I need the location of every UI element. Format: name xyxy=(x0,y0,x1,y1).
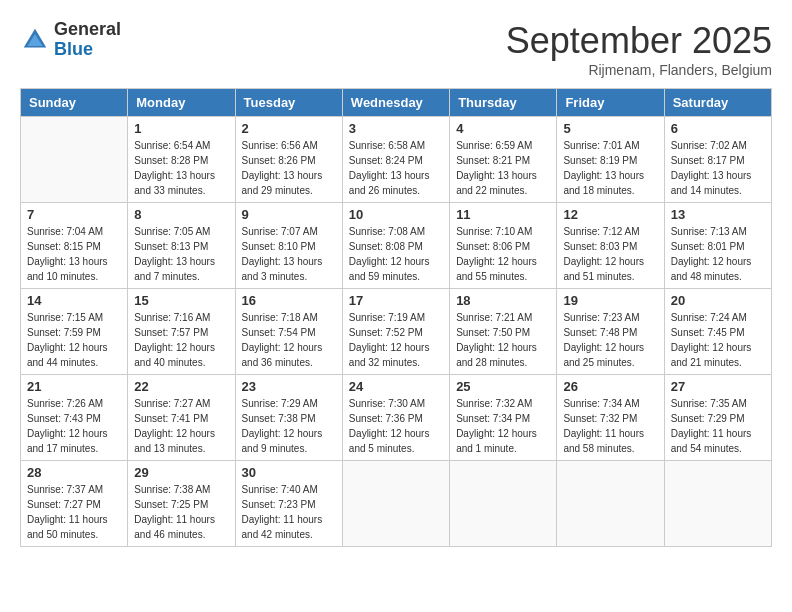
day-number: 17 xyxy=(349,293,443,308)
calendar-cell xyxy=(664,461,771,547)
logo-blue: Blue xyxy=(54,40,121,60)
title-block: September 2025 Rijmenam, Flanders, Belgi… xyxy=(506,20,772,78)
day-number: 9 xyxy=(242,207,336,222)
day-info: Sunrise: 7:32 AM Sunset: 7:34 PM Dayligh… xyxy=(456,396,550,456)
day-info: Sunrise: 7:26 AM Sunset: 7:43 PM Dayligh… xyxy=(27,396,121,456)
day-info: Sunrise: 7:07 AM Sunset: 8:10 PM Dayligh… xyxy=(242,224,336,284)
day-number: 8 xyxy=(134,207,228,222)
calendar-cell: 11Sunrise: 7:10 AM Sunset: 8:06 PM Dayli… xyxy=(450,203,557,289)
day-number: 28 xyxy=(27,465,121,480)
calendar-cell: 28Sunrise: 7:37 AM Sunset: 7:27 PM Dayli… xyxy=(21,461,128,547)
calendar-cell: 15Sunrise: 7:16 AM Sunset: 7:57 PM Dayli… xyxy=(128,289,235,375)
day-number: 14 xyxy=(27,293,121,308)
calendar-cell: 26Sunrise: 7:34 AM Sunset: 7:32 PM Dayli… xyxy=(557,375,664,461)
logo-icon xyxy=(20,25,50,55)
calendar-week-4: 21Sunrise: 7:26 AM Sunset: 7:43 PM Dayli… xyxy=(21,375,772,461)
calendar-cell: 2Sunrise: 6:56 AM Sunset: 8:26 PM Daylig… xyxy=(235,117,342,203)
day-info: Sunrise: 7:21 AM Sunset: 7:50 PM Dayligh… xyxy=(456,310,550,370)
day-info: Sunrise: 7:27 AM Sunset: 7:41 PM Dayligh… xyxy=(134,396,228,456)
day-info: Sunrise: 6:56 AM Sunset: 8:26 PM Dayligh… xyxy=(242,138,336,198)
day-info: Sunrise: 7:19 AM Sunset: 7:52 PM Dayligh… xyxy=(349,310,443,370)
day-number: 27 xyxy=(671,379,765,394)
weekday-header-monday: Monday xyxy=(128,89,235,117)
day-number: 12 xyxy=(563,207,657,222)
day-info: Sunrise: 7:30 AM Sunset: 7:36 PM Dayligh… xyxy=(349,396,443,456)
weekday-header-sunday: Sunday xyxy=(21,89,128,117)
calendar-week-5: 28Sunrise: 7:37 AM Sunset: 7:27 PM Dayli… xyxy=(21,461,772,547)
weekday-header-tuesday: Tuesday xyxy=(235,89,342,117)
day-number: 16 xyxy=(242,293,336,308)
day-info: Sunrise: 7:34 AM Sunset: 7:32 PM Dayligh… xyxy=(563,396,657,456)
calendar-cell: 22Sunrise: 7:27 AM Sunset: 7:41 PM Dayli… xyxy=(128,375,235,461)
day-number: 5 xyxy=(563,121,657,136)
day-info: Sunrise: 7:16 AM Sunset: 7:57 PM Dayligh… xyxy=(134,310,228,370)
day-info: Sunrise: 6:59 AM Sunset: 8:21 PM Dayligh… xyxy=(456,138,550,198)
calendar-cell: 3Sunrise: 6:58 AM Sunset: 8:24 PM Daylig… xyxy=(342,117,449,203)
day-info: Sunrise: 6:54 AM Sunset: 8:28 PM Dayligh… xyxy=(134,138,228,198)
day-number: 4 xyxy=(456,121,550,136)
day-info: Sunrise: 7:02 AM Sunset: 8:17 PM Dayligh… xyxy=(671,138,765,198)
calendar-cell: 19Sunrise: 7:23 AM Sunset: 7:48 PM Dayli… xyxy=(557,289,664,375)
calendar-cell: 5Sunrise: 7:01 AM Sunset: 8:19 PM Daylig… xyxy=(557,117,664,203)
day-number: 18 xyxy=(456,293,550,308)
calendar-cell: 16Sunrise: 7:18 AM Sunset: 7:54 PM Dayli… xyxy=(235,289,342,375)
day-number: 26 xyxy=(563,379,657,394)
day-number: 1 xyxy=(134,121,228,136)
calendar: SundayMondayTuesdayWednesdayThursdayFrid… xyxy=(20,88,772,547)
calendar-cell: 21Sunrise: 7:26 AM Sunset: 7:43 PM Dayli… xyxy=(21,375,128,461)
day-info: Sunrise: 7:04 AM Sunset: 8:15 PM Dayligh… xyxy=(27,224,121,284)
calendar-week-3: 14Sunrise: 7:15 AM Sunset: 7:59 PM Dayli… xyxy=(21,289,772,375)
day-info: Sunrise: 7:35 AM Sunset: 7:29 PM Dayligh… xyxy=(671,396,765,456)
logo-general: General xyxy=(54,20,121,40)
day-number: 19 xyxy=(563,293,657,308)
calendar-cell: 4Sunrise: 6:59 AM Sunset: 8:21 PM Daylig… xyxy=(450,117,557,203)
weekday-header-wednesday: Wednesday xyxy=(342,89,449,117)
calendar-week-2: 7Sunrise: 7:04 AM Sunset: 8:15 PM Daylig… xyxy=(21,203,772,289)
calendar-cell: 10Sunrise: 7:08 AM Sunset: 8:08 PM Dayli… xyxy=(342,203,449,289)
day-info: Sunrise: 7:05 AM Sunset: 8:13 PM Dayligh… xyxy=(134,224,228,284)
day-number: 29 xyxy=(134,465,228,480)
day-info: Sunrise: 7:24 AM Sunset: 7:45 PM Dayligh… xyxy=(671,310,765,370)
day-number: 2 xyxy=(242,121,336,136)
day-number: 11 xyxy=(456,207,550,222)
calendar-cell: 1Sunrise: 6:54 AM Sunset: 8:28 PM Daylig… xyxy=(128,117,235,203)
calendar-cell: 24Sunrise: 7:30 AM Sunset: 7:36 PM Dayli… xyxy=(342,375,449,461)
calendar-cell: 14Sunrise: 7:15 AM Sunset: 7:59 PM Dayli… xyxy=(21,289,128,375)
day-info: Sunrise: 7:18 AM Sunset: 7:54 PM Dayligh… xyxy=(242,310,336,370)
weekday-header-saturday: Saturday xyxy=(664,89,771,117)
calendar-cell: 23Sunrise: 7:29 AM Sunset: 7:38 PM Dayli… xyxy=(235,375,342,461)
calendar-cell xyxy=(21,117,128,203)
day-number: 3 xyxy=(349,121,443,136)
calendar-week-1: 1Sunrise: 6:54 AM Sunset: 8:28 PM Daylig… xyxy=(21,117,772,203)
day-number: 24 xyxy=(349,379,443,394)
logo: General Blue xyxy=(20,20,121,60)
calendar-cell: 12Sunrise: 7:12 AM Sunset: 8:03 PM Dayli… xyxy=(557,203,664,289)
month-title: September 2025 xyxy=(506,20,772,62)
day-number: 30 xyxy=(242,465,336,480)
calendar-cell: 7Sunrise: 7:04 AM Sunset: 8:15 PM Daylig… xyxy=(21,203,128,289)
subtitle: Rijmenam, Flanders, Belgium xyxy=(506,62,772,78)
calendar-cell: 27Sunrise: 7:35 AM Sunset: 7:29 PM Dayli… xyxy=(664,375,771,461)
day-info: Sunrise: 7:38 AM Sunset: 7:25 PM Dayligh… xyxy=(134,482,228,542)
day-number: 15 xyxy=(134,293,228,308)
day-number: 6 xyxy=(671,121,765,136)
day-info: Sunrise: 7:15 AM Sunset: 7:59 PM Dayligh… xyxy=(27,310,121,370)
weekday-header-thursday: Thursday xyxy=(450,89,557,117)
day-number: 20 xyxy=(671,293,765,308)
day-info: Sunrise: 7:01 AM Sunset: 8:19 PM Dayligh… xyxy=(563,138,657,198)
calendar-cell: 30Sunrise: 7:40 AM Sunset: 7:23 PM Dayli… xyxy=(235,461,342,547)
calendar-cell: 29Sunrise: 7:38 AM Sunset: 7:25 PM Dayli… xyxy=(128,461,235,547)
day-info: Sunrise: 7:13 AM Sunset: 8:01 PM Dayligh… xyxy=(671,224,765,284)
calendar-cell: 13Sunrise: 7:13 AM Sunset: 8:01 PM Dayli… xyxy=(664,203,771,289)
calendar-cell xyxy=(557,461,664,547)
day-number: 21 xyxy=(27,379,121,394)
calendar-cell: 8Sunrise: 7:05 AM Sunset: 8:13 PM Daylig… xyxy=(128,203,235,289)
calendar-cell: 6Sunrise: 7:02 AM Sunset: 8:17 PM Daylig… xyxy=(664,117,771,203)
day-info: Sunrise: 7:40 AM Sunset: 7:23 PM Dayligh… xyxy=(242,482,336,542)
day-info: Sunrise: 7:12 AM Sunset: 8:03 PM Dayligh… xyxy=(563,224,657,284)
day-info: Sunrise: 7:37 AM Sunset: 7:27 PM Dayligh… xyxy=(27,482,121,542)
day-info: Sunrise: 6:58 AM Sunset: 8:24 PM Dayligh… xyxy=(349,138,443,198)
day-number: 25 xyxy=(456,379,550,394)
day-number: 10 xyxy=(349,207,443,222)
calendar-cell: 9Sunrise: 7:07 AM Sunset: 8:10 PM Daylig… xyxy=(235,203,342,289)
